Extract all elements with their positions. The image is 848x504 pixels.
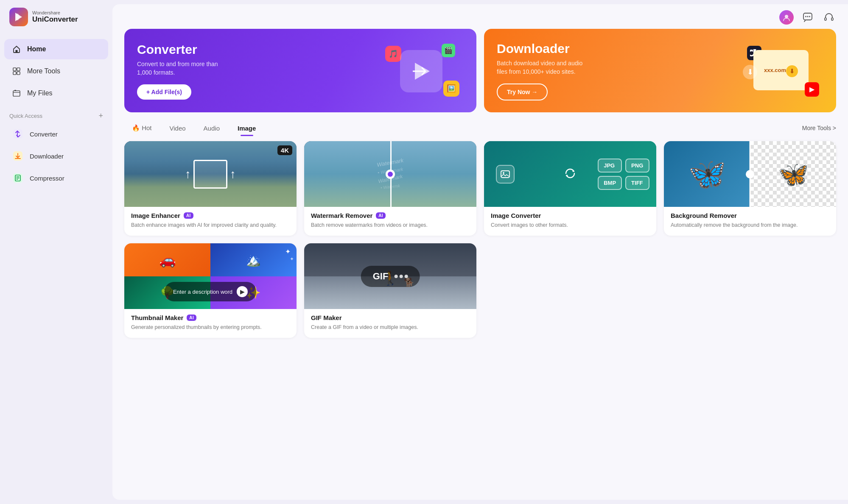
youtube-icon: ▶ xyxy=(805,82,819,97)
tool-card-image-enhancer[interactable]: ↑ ↑ 4K Image Enhancer AI Batch enhance i… xyxy=(124,141,297,236)
monitor-display: xxx.com ⬇ xyxy=(753,50,809,90)
tool-card-watermark-remover[interactable]: Watermark • Watermark Watermark • Waterm… xyxy=(304,141,476,236)
svg-rect-23 xyxy=(825,18,826,20)
sidebar-item-more-tools[interactable]: More Tools xyxy=(4,61,108,81)
tool-thumb-img-converter: JPG PNG BMP TIFF xyxy=(484,141,656,207)
svg-rect-8 xyxy=(14,90,16,91)
tab-audio-label: Audio xyxy=(204,125,220,132)
converter-banner-desc: Convert to and from more than 1,000 form… xyxy=(137,60,230,77)
tab-image-label: Image xyxy=(238,125,256,132)
banner-row: Converter Convert to and from more than … xyxy=(112,29,848,121)
sidebar-item-my-files-label: My Files xyxy=(27,89,53,97)
tab-hot-label: 🔥 Hot xyxy=(132,124,152,132)
tab-hot[interactable]: 🔥 Hot xyxy=(124,121,160,135)
sidebar-item-downloader[interactable]: Downloader xyxy=(4,145,108,167)
tool-info-bg-remover: Background Remover Automatically remove … xyxy=(664,207,836,236)
downloader-illustration: xxx.com ⬇ ▶ ⬇ xyxy=(739,44,823,99)
sidebar-item-home[interactable]: Home xyxy=(4,39,108,59)
quick-access-header: Quick Access + xyxy=(0,104,112,123)
tool-thumb-gif-maker: 🚶 🐕 GIF xyxy=(304,243,476,309)
headset-icon[interactable] xyxy=(822,10,836,25)
download-arrow-icon: ⬇ xyxy=(743,65,757,79)
brand-top: Wondershare xyxy=(32,10,78,15)
quick-access-add-button[interactable]: + xyxy=(98,112,103,120)
svg-rect-7 xyxy=(13,91,20,96)
tool-title-row-gif-maker: GIF Maker xyxy=(311,314,470,321)
svg-rect-9 xyxy=(13,129,22,139)
tool-desc-gif-maker: Create a GIF from a video or multiple im… xyxy=(311,323,470,331)
badge-4k: 4K xyxy=(277,145,292,155)
tools-grid-row1: ↑ ↑ 4K Image Enhancer AI Batch enhance i… xyxy=(112,141,848,243)
tabs-bar: 🔥 Hot Video Audio Image More Tools > xyxy=(112,121,848,141)
tool-title-enhancer: Image Enhancer xyxy=(131,212,180,219)
tool-title-bg-remover: Background Remover xyxy=(671,212,737,219)
converter-illustration: 🎵 🎬 🖼️ xyxy=(379,44,464,99)
sidebar-item-my-files[interactable]: My Files xyxy=(4,83,108,103)
tool-desc-img-converter: Convert images to other formats. xyxy=(491,221,649,229)
tab-image[interactable]: Image xyxy=(230,121,263,135)
sidebar-item-downloader-label: Downloader xyxy=(30,153,64,160)
downloader-banner-title: Downloader xyxy=(497,42,590,56)
tab-video[interactable]: Video xyxy=(162,121,193,135)
logo-text: Wondershare UniConverter xyxy=(32,10,78,24)
chat-icon[interactable] xyxy=(800,10,815,25)
tab-video-label: Video xyxy=(170,125,186,132)
svg-rect-24 xyxy=(831,18,833,20)
sidebar-item-converter[interactable]: Converter xyxy=(4,123,108,145)
main-content: Converter Convert to and from more than … xyxy=(112,4,848,500)
converter-arrow xyxy=(400,50,442,92)
svg-rect-1 xyxy=(16,14,19,20)
tool-info-watermark: Watermark Remover AI Batch remove waterm… xyxy=(304,207,476,236)
svg-point-18 xyxy=(785,15,788,18)
tab-audio[interactable]: Audio xyxy=(196,121,227,135)
downloader-banner-text: Downloader Batch download video and audi… xyxy=(497,42,590,100)
tool-title-gif-maker: GIF Maker xyxy=(311,314,342,321)
tool-desc-enhancer: Batch enhance images with AI for improve… xyxy=(131,221,290,229)
brand-bottom: UniConverter xyxy=(32,15,78,24)
grid-icon xyxy=(12,67,21,76)
tool-title-row-img-converter: Image Converter xyxy=(491,212,649,219)
converter-add-files-button[interactable]: + Add File(s) xyxy=(137,84,191,100)
compressor-icon xyxy=(12,172,24,184)
downloader-banner-desc: Batch download video and audio files fro… xyxy=(497,59,590,76)
top-bar xyxy=(112,4,848,29)
tool-title-watermark: Watermark Remover xyxy=(311,212,372,219)
converter-banner: Converter Convert to and from more than … xyxy=(124,29,476,112)
downloader-try-now-button[interactable]: Try Now → xyxy=(497,84,548,100)
svg-rect-4 xyxy=(17,68,20,71)
sidebar-item-more-tools-label: More Tools xyxy=(27,67,60,75)
logo-icon xyxy=(9,8,28,26)
converter-banner-text: Converter Convert to and from more than … xyxy=(137,42,230,100)
thumbnail-input-arrow: ▶ xyxy=(237,286,248,297)
converter-icon xyxy=(12,128,24,140)
converter-banner-title: Converter xyxy=(137,42,230,57)
gif-pill: GIF xyxy=(361,266,420,287)
home-icon xyxy=(12,45,21,54)
avatar[interactable] xyxy=(779,10,794,25)
tool-card-gif-maker[interactable]: 🚶 🐕 GIF GIF Maker xyxy=(304,243,476,338)
music-badge: 🎵 xyxy=(385,46,401,62)
sidebar-item-home-label: Home xyxy=(27,45,46,53)
tool-card-image-converter[interactable]: JPG PNG BMP TIFF Image Converter Convert… xyxy=(484,141,656,236)
tool-info-gif-maker: GIF Maker Create a GIF from a video or m… xyxy=(304,309,476,338)
more-tools-link[interactable]: More Tools > xyxy=(802,125,836,131)
tool-title-row-bg-remover: Background Remover xyxy=(671,212,829,219)
svg-rect-6 xyxy=(17,72,20,75)
video-badge: 🎬 xyxy=(442,44,455,57)
tool-info-img-converter: Image Converter Convert images to other … xyxy=(484,207,656,236)
tool-card-bg-remover[interactable]: 🦋 🦋 Background Remover Automatically rem… xyxy=(664,141,836,236)
downloader-banner: Downloader Batch download video and audi… xyxy=(484,29,836,112)
tabs-list: 🔥 Hot Video Audio Image xyxy=(124,121,263,135)
thumbnail-input-pill: Enter a description word ▶ xyxy=(165,282,256,301)
tool-title-thumbnail-maker: Thumbnail Maker xyxy=(131,314,183,321)
tool-card-thumbnail-maker[interactable]: 🚗 🏔️ 🌳 ✨ Enter a description word ▶ ✦ ✦ xyxy=(124,243,297,338)
url-label: xxx.com xyxy=(764,67,786,73)
thumbnail-input-placeholder: Enter a description word xyxy=(173,289,232,295)
tool-title-row-thumbnail-maker: Thumbnail Maker AI xyxy=(131,314,290,321)
sidebar-item-compressor[interactable]: Compressor xyxy=(4,167,108,189)
tool-thumb-watermark: Watermark • Watermark Watermark • Waterm… xyxy=(304,141,476,207)
svg-rect-3 xyxy=(13,68,16,71)
photo-badge: 🖼️ xyxy=(443,81,459,97)
quick-access-label: Quick Access xyxy=(9,113,42,119)
tools-grid-row2: 🚗 🏔️ 🌳 ✨ Enter a description word ▶ ✦ ✦ xyxy=(112,243,848,345)
